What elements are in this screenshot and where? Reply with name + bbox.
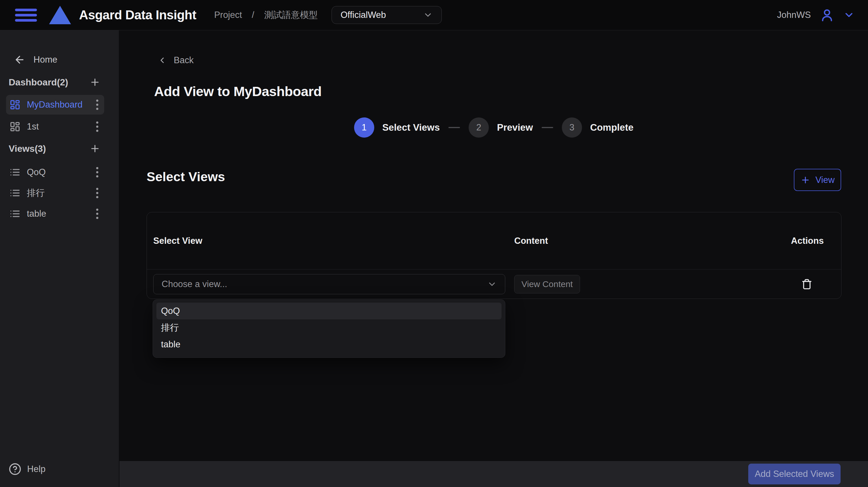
dropdown-option-label: QoQ — [161, 306, 180, 316]
main-content: Back Add View to MyDashboard 1 Select Vi… — [120, 30, 868, 461]
step-label: Complete — [590, 122, 633, 133]
add-selected-views-label: Add Selected Views — [754, 469, 834, 479]
sidebar-item-qoq[interactable]: QoQ — [6, 162, 104, 182]
back-label: Back — [174, 55, 194, 65]
dropdown-option-label: table — [161, 339, 180, 350]
sidebar-item-label: QoQ — [27, 167, 89, 177]
step-number: 3 — [562, 118, 582, 138]
breadcrumb: Project / 測試語意模型 — [214, 9, 318, 21]
add-selected-views-button[interactable]: Add Selected Views — [748, 464, 841, 484]
dropdown-option-rank[interactable]: 排行 — [156, 319, 501, 336]
add-view-button[interactable]: View — [794, 169, 841, 191]
app-logo-icon — [49, 6, 71, 24]
section-title: Select Views — [147, 169, 225, 184]
help-circle-icon — [9, 463, 21, 476]
chevron-down-icon — [423, 10, 433, 20]
delete-row-button[interactable] — [801, 279, 812, 290]
step-complete: 3 Complete — [562, 118, 633, 138]
project-select[interactable]: OfficialWeb — [332, 6, 442, 24]
dropdown-option-table[interactable]: table — [156, 336, 501, 353]
sidebar-item-label: 1st — [27, 122, 89, 132]
step-preview: 2 Preview — [469, 118, 533, 138]
column-header-content: Content — [514, 236, 791, 246]
menu-icon[interactable] — [15, 8, 37, 22]
sidebar-section-dashboards: Dashboard(2) — [9, 76, 100, 88]
app-title: Asgard Data Insight — [79, 8, 196, 22]
user-menu-chevron-icon[interactable] — [843, 9, 855, 21]
dashboard-icon — [9, 99, 21, 110]
step-connector — [541, 127, 553, 128]
stepper: 1 Select Views 2 Preview 3 Complete — [120, 118, 868, 138]
page-title: Add View to MyDashboard — [154, 84, 321, 99]
project-select-value: OfficialWeb — [341, 10, 386, 20]
view-select-placeholder: Choose a view... — [162, 279, 227, 289]
step-label: Select Views — [382, 122, 440, 133]
column-header-actions: Actions — [791, 236, 823, 246]
breadcrumb-page[interactable]: 測試語意模型 — [264, 9, 318, 21]
table-row: Choose a view... View Content — [147, 269, 841, 299]
sidebar-item-label: 排行 — [27, 187, 89, 199]
sidebar: Home Dashboard(2) MyDashboard 1st Views(… — [0, 30, 119, 487]
view-select-dropdown[interactable]: Choose a view... — [153, 274, 505, 294]
kebab-menu-icon[interactable] — [95, 187, 99, 199]
select-views-table: Select View Content Actions Choose a vie… — [147, 212, 841, 299]
view-content-button-label: View Content — [521, 279, 573, 289]
list-icon — [9, 208, 21, 219]
add-view-icon[interactable] — [89, 143, 100, 154]
sidebar-help-link[interactable]: Help — [9, 463, 45, 476]
step-select-views: 1 Select Views — [354, 118, 440, 138]
kebab-menu-icon[interactable] — [95, 208, 99, 220]
breadcrumb-separator: / — [252, 10, 254, 20]
step-label: Preview — [497, 122, 533, 133]
back-button[interactable]: Back — [158, 55, 194, 65]
topbar-user-area: JohnWS — [777, 7, 855, 23]
kebab-menu-icon[interactable] — [95, 166, 99, 178]
sidebar-item-mydashboard[interactable]: MyDashboard — [6, 95, 104, 115]
sidebar-section-views: Views(3) — [9, 143, 100, 154]
trash-icon — [801, 279, 812, 290]
views-section-label: Views(3) — [9, 143, 46, 154]
chevron-down-icon — [487, 279, 497, 289]
sidebar-item-rank[interactable]: 排行 — [6, 183, 104, 203]
user-icon[interactable] — [819, 7, 835, 23]
sidebar-item-label: MyDashboard — [27, 100, 89, 110]
chevron-left-icon — [158, 56, 167, 65]
list-icon — [9, 188, 21, 198]
table-header-row: Select View Content Actions — [147, 212, 841, 269]
sidebar-item-1st[interactable]: 1st — [6, 117, 104, 136]
plus-icon — [801, 175, 810, 185]
step-connector — [448, 127, 460, 128]
sidebar-help-label: Help — [27, 464, 45, 474]
arrow-left-icon — [14, 54, 25, 65]
sidebar-item-label: table — [27, 208, 89, 219]
step-number: 2 — [469, 118, 489, 138]
kebab-menu-icon[interactable] — [95, 121, 99, 132]
footer-action-bar: Add Selected Views — [120, 461, 868, 487]
column-header-select-view: Select View — [153, 236, 514, 246]
sidebar-home-link[interactable]: Home — [14, 54, 57, 65]
sidebar-item-table[interactable]: table — [6, 204, 104, 224]
add-dashboard-icon[interactable] — [89, 77, 100, 88]
step-number: 1 — [354, 118, 374, 138]
kebab-menu-icon[interactable] — [95, 99, 99, 110]
view-dropdown-menu: QoQ 排行 table — [153, 299, 505, 358]
add-view-button-label: View — [815, 175, 835, 185]
dropdown-option-qoq[interactable]: QoQ — [156, 303, 501, 319]
view-content-button[interactable]: View Content — [514, 275, 580, 293]
user-name: JohnWS — [777, 10, 811, 20]
dashboard-icon — [9, 121, 21, 132]
breadcrumb-section[interactable]: Project — [214, 10, 242, 20]
dropdown-option-label: 排行 — [161, 322, 179, 334]
sidebar-home-label: Home — [33, 55, 57, 65]
list-icon — [9, 167, 21, 178]
topbar: Asgard Data Insight Project / 測試語意模型 Off… — [0, 0, 868, 30]
dashboard-section-label: Dashboard(2) — [9, 77, 68, 88]
